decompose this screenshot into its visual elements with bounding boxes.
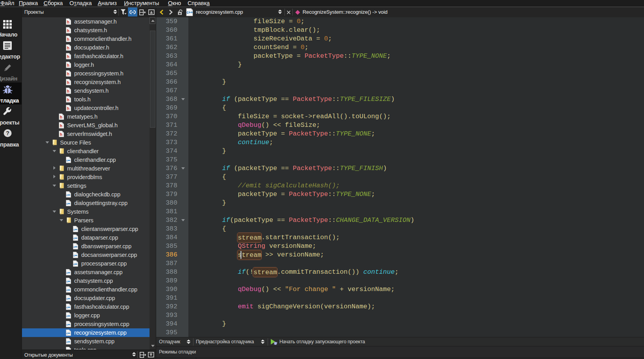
svg-text:c: c	[66, 288, 68, 292]
svg-text:c: c	[66, 306, 68, 309]
svg-text:h: h	[67, 54, 69, 59]
svg-text:h: h	[60, 123, 62, 128]
svg-text:h: h	[60, 132, 62, 137]
svg-text:c: c	[66, 297, 68, 300]
svg-text:c: c	[66, 193, 68, 197]
svg-text:h: h	[67, 71, 69, 76]
svg-text:c: c	[66, 340, 68, 344]
svg-text:h: h	[67, 89, 69, 93]
svg-text:c: c	[66, 202, 68, 205]
svg-text:c: c	[73, 254, 75, 257]
svg-text:h: h	[67, 28, 69, 33]
svg-text:h: h	[67, 106, 69, 111]
svg-text:c: c	[66, 159, 68, 162]
svg-text:h: h	[67, 63, 69, 68]
svg-text:c: c	[73, 245, 75, 249]
svg-text:c: c	[66, 280, 68, 283]
svg-text:c: c	[73, 236, 75, 240]
svg-text:c: c	[66, 323, 68, 326]
svg-text:c: c	[73, 262, 75, 266]
svg-text:?: ?	[6, 130, 9, 136]
svg-text:h: h	[67, 37, 69, 42]
svg-text:c++: c++	[186, 10, 193, 15]
svg-text:h: h	[60, 115, 62, 119]
svg-text:c: c	[66, 332, 68, 335]
svg-text:c: c	[66, 271, 68, 275]
svg-text:h: h	[67, 46, 69, 50]
svg-text:c: c	[66, 314, 68, 318]
svg-text:h: h	[67, 97, 69, 102]
svg-text:h: h	[67, 20, 69, 24]
svg-text:c: c	[73, 228, 75, 231]
svg-text:h: h	[67, 80, 69, 85]
